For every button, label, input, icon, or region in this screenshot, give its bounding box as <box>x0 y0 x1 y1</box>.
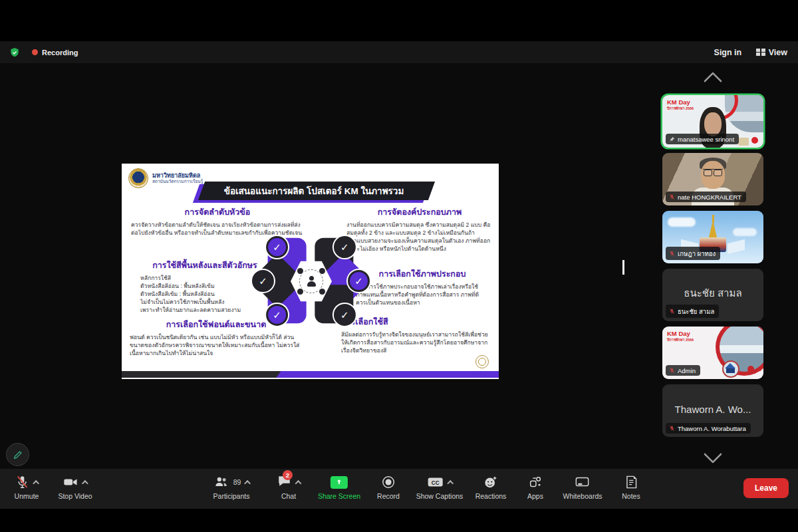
apps-icon <box>528 475 543 489</box>
stop-video-button[interactable]: Stop Video <box>58 474 92 500</box>
record-icon <box>381 475 396 489</box>
chat-button[interactable]: 2 Chat <box>277 474 301 500</box>
participant-tile-kesada[interactable]: เกษฎา ผาทอง <box>662 211 763 263</box>
section-body: งานที่ออกแบบควรมีความสมดุล ซึ่งความสมดุล… <box>346 221 493 253</box>
reactions-smiley-icon <box>483 475 498 489</box>
hexagon-flower-graphic: ✓ ✓ ✓ ✓ ✓ ✓ <box>255 225 368 338</box>
checkmark-badge-icon: ✓ <box>252 270 274 292</box>
mic-off-icon <box>669 308 675 315</box>
kmday-overlay-subtitle: ปีการศึกษา 2566 <box>667 337 694 342</box>
recording-dot-icon <box>32 49 38 55</box>
show-captions-button[interactable]: CC Show Captions <box>416 474 464 500</box>
section-body: หลักการใช้ภาพประกอบอาจใช้ภาพเล่าเรื่องหร… <box>356 283 489 307</box>
unmute-button[interactable]: Unmute <box>15 474 39 500</box>
apps-button[interactable]: Apps <box>527 474 543 500</box>
participant-name-label: nate HONGKRAILERT <box>666 192 746 202</box>
gold-emblem-icon <box>475 355 489 368</box>
captions-cc-icon: CC <box>427 475 444 489</box>
university-logo: มหาวิทยาลัยมหิดล สถาบันนวัตกรรมการเรียนร… <box>128 168 203 188</box>
participants-button[interactable]: 89 Participants <box>213 474 250 500</box>
slide-footer-bar <box>122 371 499 378</box>
participant-name-label: Admin <box>666 365 700 376</box>
mic-options-chevron-icon[interactable] <box>33 479 39 486</box>
scroll-up-chevron-icon[interactable] <box>704 72 722 90</box>
notes-button[interactable]: Notes <box>622 474 640 500</box>
checkmark-badge-icon: ✓ <box>334 304 356 326</box>
text-cursor-artifact <box>622 260 624 275</box>
chat-unread-badge: 2 <box>283 470 293 480</box>
pin-icon <box>669 136 675 142</box>
university-seal-icon <box>128 168 148 188</box>
annotate-pencil-button[interactable] <box>6 443 29 466</box>
participant-name-label: เกษฎา ผาทอง <box>666 247 720 260</box>
mic-off-icon <box>669 194 675 200</box>
participants-options-chevron-icon[interactable] <box>244 479 251 486</box>
checkmark-badge-icon: ✓ <box>334 236 356 258</box>
section-composition: การจัดองค์ประกอบภาพ งานที่ออกแบบควรมีควา… <box>346 205 493 253</box>
video-options-chevron-icon[interactable] <box>82 479 88 486</box>
slide-title: ข้อเสนอแนะการผลิต โปสเตอร์ KM ในภาพรวม <box>199 182 429 200</box>
video-camera-icon <box>63 475 79 489</box>
university-name: มหาวิทยาลัยมหิดล <box>152 172 203 179</box>
participant-display-name: ธนะชัย สามล <box>662 285 763 301</box>
kmday-overlay-title: KM Day <box>667 331 690 337</box>
checkmark-badge-icon: ✓ <box>266 304 288 326</box>
security-shield-icon[interactable] <box>9 47 20 58</box>
whiteboards-button[interactable]: Whiteboards <box>563 474 602 500</box>
section-illustrations: การเลือกใช้ภาพประกอบ หลักการใช้ภาพประกอบ… <box>356 267 489 307</box>
kmday-overlay-title: KM Day <box>667 99 690 106</box>
participants-count: 89 <box>233 478 241 486</box>
participant-tile-thanachai[interactable]: ธนะชัย สามล ธนะชัย สามล <box>662 269 763 321</box>
share-screen-button[interactable]: Share Screen <box>318 474 360 500</box>
meeting-toolbar: Unmute Stop Video 89 Participants 2 <box>0 469 798 509</box>
record-button[interactable]: Record <box>377 474 400 500</box>
pencil-icon <box>13 450 23 460</box>
mic-off-icon <box>669 250 675 257</box>
notes-icon <box>624 475 638 489</box>
section-heading: การจัดองค์ประกอบภาพ <box>346 205 493 219</box>
checkmark-badge-icon: ✓ <box>348 270 370 292</box>
shared-presentation-slide: มหาวิทยาลัยมหิดล สถาบันนวัตกรรมการเรียนร… <box>122 164 499 379</box>
shared-screen-area: มหาวิทยาลัยมหิดล สถาบันนวัตกรรมการเรียนร… <box>0 63 798 469</box>
institute-name: สถาบันนวัตกรรมการเรียนรู้ <box>152 179 203 184</box>
chat-options-chevron-icon[interactable] <box>295 479 302 486</box>
recording-label: Recording <box>42 49 78 57</box>
scroll-down-chevron-icon[interactable] <box>704 445 722 464</box>
leave-button[interactable]: Leave <box>743 478 789 498</box>
participants-icon <box>213 475 229 489</box>
captions-options-chevron-icon[interactable] <box>447 479 454 486</box>
view-button[interactable]: View <box>756 48 787 57</box>
slide-title-banner: ข้อเสนอแนะการผลิต โปสเตอร์ KM ในภาพรวม <box>199 182 429 200</box>
participant-display-name: Thaworn A. Wo... <box>662 404 763 415</box>
participant-name-label: manatsawee srinont <box>666 134 739 144</box>
mic-off-icon <box>669 425 675 432</box>
view-grid-icon <box>756 49 765 57</box>
section-heading: การเลือกใช้ภาพประกอบ <box>356 267 489 281</box>
meeting-header-bar: Recording Sign in View <box>0 41 798 63</box>
view-label: View <box>769 48 787 57</box>
checkmark-badge-icon: ✓ <box>266 236 288 258</box>
participant-name-label: Thaworn A. Worabuttara <box>666 423 751 434</box>
participant-name-label: ธนะชัย สามล <box>666 305 719 318</box>
whiteboard-icon <box>575 475 591 489</box>
participant-tile-admin[interactable]: KM Day ปีการศึกษา 2566 Admin <box>662 327 763 379</box>
participant-tile-manatsawee[interactable]: KM Day ปีการศึกษา 2566 manatsawee srinon… <box>662 95 763 148</box>
section-heading: การจัดลำดับหัวข้อ <box>131 205 304 219</box>
zoom-meeting-window: Recording Sign in View มหาวิทยาลัยมหิดล … <box>0 0 798 532</box>
mic-muted-icon <box>15 475 29 489</box>
svg-text:CC: CC <box>432 480 440 486</box>
share-screen-icon <box>331 476 348 489</box>
participant-tile-nate[interactable]: nate HONGKRAILERT <box>662 153 763 205</box>
mic-off-icon <box>669 367 675 374</box>
sign-in-button[interactable]: Sign in <box>714 48 742 57</box>
kmday-overlay-subtitle: ปีการศึกษา 2566 <box>667 106 694 111</box>
participant-tile-thaworn[interactable]: Thaworn A. Wo... Thaworn A. Worabuttara <box>662 384 763 437</box>
reactions-button[interactable]: Reactions <box>475 474 507 500</box>
